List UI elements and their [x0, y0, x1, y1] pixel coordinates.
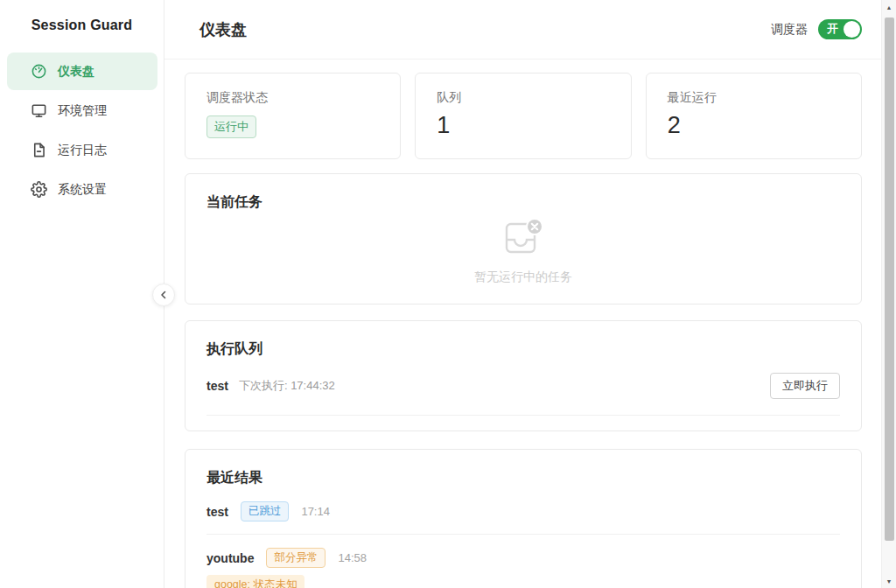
section-title-current-tasks: 当前任务	[206, 193, 840, 212]
sidebar-collapse-button[interactable]	[152, 284, 175, 306]
stat-card-scheduler-status: 调度器状态 运行中	[185, 73, 401, 159]
result-name: youtube	[206, 551, 254, 565]
section-title-recent: 最近结果	[206, 469, 840, 487]
sidebar: Session Guard 仪表盘 环境管理	[0, 0, 164, 588]
recent-results-section: 最近结果 test 已跳过 17:14 youtube 部分异常 14:58 g…	[185, 449, 862, 588]
empty-state: 暂无运行中的任务	[206, 219, 840, 285]
page-title: 仪表盘	[200, 19, 247, 40]
stat-value: 2	[668, 111, 840, 139]
result-row-youtube: youtube 部分异常 14:58 google: 状态未知	[206, 535, 840, 588]
sidebar-item-logs[interactable]: 运行日志	[7, 131, 158, 169]
result-time: 14:58	[338, 551, 367, 564]
scheduler-label: 调度器	[771, 22, 808, 38]
result-detail-badge: google: 状态未知	[206, 575, 304, 588]
scroll-up-arrow[interactable]: ▲	[882, 0, 896, 14]
gauge-icon	[31, 63, 47, 80]
queue-item-name: test	[206, 379, 228, 393]
scheduler-toggle[interactable]: 开	[818, 19, 862, 39]
dashboard-content: 调度器状态 运行中 队列 1 最近运行 2 当前任务	[164, 60, 881, 588]
run-now-button[interactable]: 立即执行	[770, 373, 840, 399]
sidebar-item-label: 环境管理	[58, 103, 107, 119]
sidebar-item-label: 系统设置	[58, 182, 107, 198]
scheduler-control: 调度器 开	[771, 19, 862, 39]
app-title: Session Guard	[0, 0, 164, 52]
empty-state-text: 暂无运行中的任务	[474, 270, 572, 285]
execution-queue-section: 执行队列 test 下次执行: 17:44:32 立即执行	[185, 320, 862, 431]
result-row-test: test 已跳过 17:14	[206, 487, 840, 535]
toggle-state-label: 开	[827, 22, 838, 37]
sidebar-item-environments[interactable]: 环境管理	[7, 92, 158, 130]
monitor-icon	[31, 102, 47, 119]
scroll-down-arrow[interactable]: ▼	[882, 574, 896, 588]
stats-row: 调度器状态 运行中 队列 1 最近运行 2	[185, 73, 862, 159]
toggle-knob	[844, 21, 860, 38]
current-tasks-section: 当前任务 暂无运行中的任务	[185, 173, 862, 304]
stat-label: 调度器状态	[206, 90, 379, 106]
stat-label: 最近运行	[668, 90, 840, 106]
sidebar-item-settings[interactable]: 系统设置	[7, 171, 158, 208]
chevron-left-icon	[159, 287, 168, 303]
section-title-queue: 执行队列	[206, 340, 840, 359]
queue-item-next-run: 下次执行: 17:44:32	[239, 378, 335, 394]
stat-card-queue: 队列 1	[415, 73, 631, 159]
sidebar-item-label: 运行日志	[58, 143, 107, 158]
result-badge-partial-error: 部分异常	[266, 548, 326, 568]
sidebar-item-label: 仪表盘	[58, 64, 94, 80]
result-name: test	[206, 505, 228, 519]
result-badge-skipped: 已跳过	[241, 501, 290, 522]
status-badge-running: 运行中	[206, 116, 256, 138]
stat-card-recent-runs: 最近运行 2	[646, 73, 862, 159]
stat-label: 队列	[437, 90, 609, 106]
sidebar-nav: 仪表盘 环境管理 运行日志	[0, 52, 164, 208]
queue-row: test 下次执行: 17:44:32 立即执行	[206, 373, 840, 416]
vertical-scrollbar[interactable]: ▲ ▼	[881, 0, 896, 588]
gear-icon	[31, 181, 47, 198]
result-time: 17:14	[301, 505, 330, 518]
main-header: 仪表盘 调度器 开	[164, 0, 881, 60]
sidebar-item-dashboard[interactable]: 仪表盘	[7, 52, 158, 90]
document-icon	[31, 142, 47, 158]
main-area: 仪表盘 调度器 开 调度器状态 运行中 队列 1 最近运行 2	[164, 0, 881, 588]
empty-inbox-icon	[503, 219, 543, 259]
scrollbar-thumb[interactable]	[885, 18, 894, 541]
stat-value: 1	[437, 111, 609, 139]
